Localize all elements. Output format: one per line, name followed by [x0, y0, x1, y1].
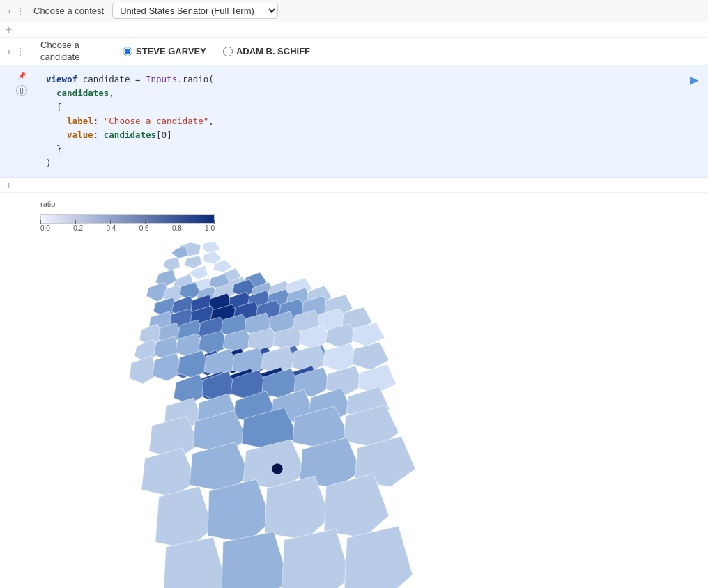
- plus-icon-2: +: [6, 179, 12, 192]
- legend-title: ratio: [40, 200, 222, 208]
- radio-garvey[interactable]: [123, 47, 132, 56]
- toolbar-row: › ⋮ Choose a contest United States Senat…: [0, 0, 708, 22]
- legend-tick-labels: 0.0 0.2 0.4 0.6 0.8 1.0: [40, 224, 215, 232]
- code-line-6: }: [46, 142, 702, 156]
- code-line-5: value: candidates[0]: [46, 128, 702, 142]
- chevron-right-icon[interactable]: ›: [6, 6, 13, 17]
- candidate-name-garvey: STEVE GARVEY: [136, 46, 206, 56]
- contest-label: Choose a contest: [33, 6, 104, 16]
- candidate-option-garvey[interactable]: STEVE GARVEY: [123, 46, 206, 56]
- plus-icon: +: [6, 24, 12, 36]
- code-editor[interactable]: viewof candidate = Inputs.radio( candida…: [40, 65, 708, 177]
- chevron-right-icon-2[interactable]: ›: [6, 46, 13, 57]
- candidate-options: STEVE GARVEY ADAM B. SCHIFF: [117, 46, 310, 56]
- code-line-7: ): [46, 156, 702, 170]
- code-line-2: candidates,: [46, 86, 702, 100]
- contest-select[interactable]: United States Senator (Full Term) United…: [112, 3, 278, 19]
- svg-marker-4: [171, 246, 188, 258]
- candidate-label: Choose a candidate: [40, 40, 117, 63]
- code-row-left-icons: 📌 {}: [0, 65, 40, 177]
- candidate-name-schiff: ADAM B. SCHIFF: [236, 46, 310, 56]
- code-line-3: {: [46, 100, 702, 114]
- code-row: 📌 {} viewof candidate = Inputs.radio( ca…: [0, 65, 708, 178]
- radio-schiff[interactable]: [223, 47, 233, 56]
- legend-gradient-bar: [40, 214, 215, 224]
- map-container: .p0 { fill: #d0dff5; stroke: #fff; strok…: [26, 239, 708, 588]
- add-cell-button-mid[interactable]: +: [0, 178, 708, 193]
- add-cell-button-top[interactable]: +: [0, 22, 708, 38]
- cell-type-marker[interactable]: {}: [16, 85, 27, 96]
- toolbar-icons-left: › ⋮: [6, 6, 26, 17]
- dark-precinct-marker: [272, 463, 283, 474]
- candidate-row-icons: › ⋮: [0, 46, 40, 57]
- candidate-row: › ⋮ Choose a candidate STEVE GARVEY ADAM…: [0, 38, 708, 65]
- svg-marker-6: [163, 257, 180, 271]
- map-section: ratio 0.0 0.2 0.4 0.6 0.8 1.0: [0, 193, 708, 588]
- svg-marker-1: [202, 242, 220, 253]
- svg-marker-9: [155, 270, 176, 286]
- svg-marker-2: [184, 256, 202, 268]
- code-line-1: viewof candidate = Inputs.radio(: [46, 72, 702, 86]
- run-cell-button[interactable]: ▶: [687, 72, 701, 86]
- legend: ratio 0.0 0.2 0.4 0.6 0.8 1.0: [40, 200, 222, 232]
- code-line-4: label: "Choose a candidate",: [46, 114, 702, 128]
- candidate-option-schiff[interactable]: ADAM B. SCHIFF: [223, 46, 310, 56]
- pin-icon[interactable]: 📌: [15, 71, 28, 81]
- choropleth-map: .p0 { fill: #d0dff5; stroke: #fff; strok…: [26, 239, 500, 588]
- dots-icon-2[interactable]: ⋮: [14, 46, 26, 57]
- dots-icon[interactable]: ⋮: [14, 6, 26, 17]
